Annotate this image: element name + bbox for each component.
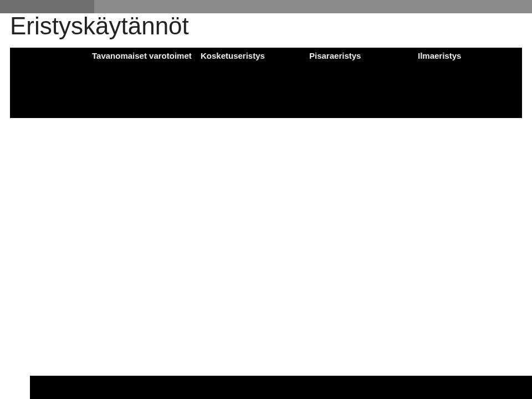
cell <box>413 78 522 85</box>
cell <box>305 91 413 98</box>
cell <box>413 71 522 78</box>
cell <box>88 71 196 78</box>
table-row <box>10 78 522 85</box>
cell <box>413 85 522 91</box>
row-label <box>10 98 88 105</box>
cell <box>413 91 522 98</box>
cell <box>196 65 305 71</box>
cell <box>305 85 413 91</box>
slide: Eristyskäytännöt Tavanomaiset varotoimet… <box>0 0 532 399</box>
cell <box>88 111 196 118</box>
table-row <box>10 91 522 98</box>
cell <box>88 78 196 85</box>
cell <box>88 105 196 111</box>
table-header-row: Tavanomaiset varotoimet Kosketuseristys … <box>10 48 522 65</box>
table-row <box>10 111 522 118</box>
bottom-bar <box>0 376 532 399</box>
cell <box>305 111 413 118</box>
cell <box>413 98 522 105</box>
table-row <box>10 105 522 111</box>
row-label <box>10 85 88 91</box>
cell <box>196 111 305 118</box>
cell <box>413 105 522 111</box>
cell <box>196 105 305 111</box>
col-header-droplet-isolation: Pisaraeristys <box>305 48 413 65</box>
cell <box>196 85 305 91</box>
cell <box>88 65 196 71</box>
table-row <box>10 65 522 71</box>
row-label <box>10 65 88 71</box>
cell <box>305 105 413 111</box>
bottom-bar-inset <box>0 376 30 399</box>
col-header-contact-isolation: Kosketuseristys <box>196 48 305 65</box>
cell <box>196 78 305 85</box>
col-header-airborne-isolation: Ilmaeristys <box>413 48 522 65</box>
top-bar <box>0 0 532 13</box>
col-header-rowlabel <box>10 48 88 65</box>
page-title: Eristyskäytännöt <box>10 12 189 40</box>
row-label <box>10 71 88 78</box>
row-label <box>10 105 88 111</box>
cell <box>88 85 196 91</box>
cell <box>196 71 305 78</box>
cell <box>305 71 413 78</box>
cell <box>305 65 413 71</box>
table-row <box>10 85 522 91</box>
isolation-table: Tavanomaiset varotoimet Kosketuseristys … <box>10 48 522 118</box>
row-label <box>10 78 88 85</box>
cell <box>413 65 522 71</box>
cell <box>196 98 305 105</box>
table-row <box>10 98 522 105</box>
row-label <box>10 91 88 98</box>
top-bar-accent <box>0 0 94 13</box>
cell <box>88 91 196 98</box>
cell <box>305 98 413 105</box>
row-label <box>10 111 88 118</box>
cell <box>196 91 305 98</box>
col-header-standard-precautions: Tavanomaiset varotoimet <box>88 48 196 65</box>
cell <box>305 78 413 85</box>
cell <box>413 111 522 118</box>
cell <box>88 98 196 105</box>
table-row <box>10 71 522 78</box>
